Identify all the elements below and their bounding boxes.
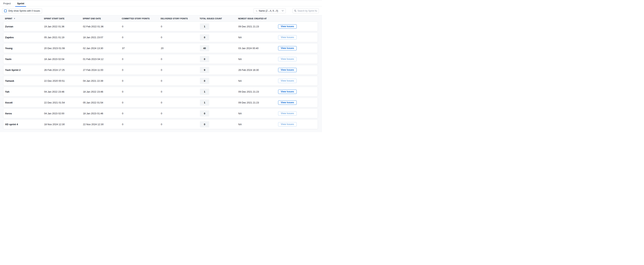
total-issues-cell: 0 (200, 78, 238, 84)
delivered-story-points: 0 (161, 36, 200, 39)
actions-cell: View Issues (278, 24, 318, 29)
sprint-start-date: 20 Dec 2023 01:08 (44, 47, 83, 50)
column-header-sprint[interactable]: SPRINT ▼ (5, 17, 44, 20)
actions-cell: View Issues (278, 79, 318, 83)
toolbar: Only show Sprints with 0 Issues ↑↓ Name … (0, 6, 322, 15)
search-box (292, 8, 319, 13)
search-input[interactable] (298, 9, 317, 12)
total-issues-cell: 0 (200, 110, 238, 117)
sprint-start-date: 04 Jan 2023 02:00 (44, 112, 83, 115)
total-issues-cell: 0 (200, 121, 238, 127)
newest-issue-created-at: NA (238, 58, 278, 60)
newest-issue-created-at: 09 Dec 2021 21:23 (238, 101, 278, 104)
view-issues-button: View Issues (278, 35, 297, 39)
newest-issue-created-at: 03 Jan 2024 00:40 (238, 47, 278, 50)
view-issues-button[interactable]: View Issues (278, 46, 297, 50)
newest-issue-created-at: NA (238, 79, 278, 82)
total-issues-badge: 1 (200, 89, 209, 95)
delivered-story-points: 0 (161, 90, 200, 93)
sprint-end-date: 01 Feb 2023 04:12 (83, 58, 122, 60)
view-issues-button: View Issues (278, 111, 297, 116)
view-issues-button[interactable]: View Issues (278, 100, 297, 105)
view-issues-button[interactable]: View Issues (278, 24, 297, 29)
actions-cell: View Issues (278, 46, 318, 50)
committed-story-points: 0 (122, 79, 161, 82)
view-issues-button: View Issues (278, 57, 297, 61)
sort-dropdown[interactable]: ↑↓ Name (Z→A, 9→0) (254, 8, 286, 13)
sprint-name: Zapdos (5, 36, 44, 39)
newest-issue-created-at: NA (238, 36, 278, 39)
sort-descending-icon: ▼ (14, 18, 16, 19)
sprint-name: Xeros (5, 112, 44, 115)
column-header-newest-issue: NEWEST ISSUE CREATED AT (238, 17, 278, 20)
column-header-end-date: SPRINT END DATE (83, 17, 122, 20)
committed-story-points: 37 (122, 47, 161, 50)
sprint-rows: Zurvan 19 Jan 2022 01:36 02 Feb 2022 01:… (3, 21, 318, 129)
view-issues-button[interactable]: View Issues (278, 90, 297, 94)
search-icon (294, 9, 296, 12)
table-row: Young 20 Dec 2023 01:08 02 Jan 2024 13:3… (3, 43, 318, 53)
newest-issue-created-at: 26 Feb 2024 16:30 (238, 69, 278, 71)
sprint-end-date: 02 Feb 2022 01:36 (83, 25, 122, 28)
sprint-end-date: 18 Jan 2021 23:07 (83, 36, 122, 39)
zero-issues-filter-label: Only show Sprints with 0 Issues (8, 9, 40, 12)
total-issues-cell: 40 (200, 45, 238, 51)
delivered-story-points: 0 (161, 101, 200, 104)
sprint-start-date: 18 Nov 2024 12:30 (44, 123, 83, 126)
committed-story-points: 0 (122, 90, 161, 93)
total-issues-badge: 0 (200, 56, 209, 62)
total-issues-cell: 9 (200, 67, 238, 73)
committed-story-points: 0 (122, 25, 161, 28)
sprint-name: Zurvan (5, 25, 44, 28)
zero-issues-filter[interactable]: Only show Sprints with 0 Issues (2, 8, 42, 13)
tab-project[interactable]: Project (3, 2, 12, 6)
total-issues-badge: 0 (200, 110, 209, 117)
sprint-end-date: 27 Feb 2024 11:00 (83, 69, 122, 71)
delivered-story-points: 0 (161, 25, 200, 28)
sprint-start-date: 18 Jan 2023 02:04 (44, 58, 83, 60)
total-issues-badge: 0 (200, 34, 209, 40)
table-row: Yah 04 Jan 2022 23:46 18 Jan 2022 23:46 … (3, 87, 318, 96)
actions-cell: View Issues (278, 68, 318, 72)
total-issues-badge: 1 (200, 23, 209, 30)
sprint-end-date: 18 Jan 2023 01:46 (83, 112, 122, 115)
actions-cell: View Issues (278, 100, 318, 105)
newest-issue-created-at: NA (238, 112, 278, 115)
sprint-start-date: 26 Feb 2024 17:25 (44, 69, 83, 71)
sprint-end-date: 02 Jan 2024 13:30 (83, 47, 122, 50)
delivered-story-points: 0 (161, 123, 200, 126)
sprint-name: Yash Sprint 2 (5, 69, 44, 71)
sprint-table: SPRINT ▼ SPRINT START DATE SPRINT END DA… (0, 15, 322, 132)
view-issues-button[interactable]: View Issues (278, 68, 297, 72)
table-row: Xeros 04 Jan 2023 02:00 18 Jan 2023 01:4… (3, 108, 318, 118)
table-header-row: SPRINT ▼ SPRINT START DATE SPRINT END DA… (0, 15, 322, 21)
view-issues-button: View Issues (278, 122, 297, 126)
actions-cell: View Issues (278, 57, 318, 61)
delivered-story-points: 0 (161, 69, 200, 71)
sprint-name: XD sprint 4 (5, 123, 44, 126)
delivered-story-points: 0 (161, 112, 200, 115)
sprint-start-date: 22 Dec 2021 01:54 (44, 101, 83, 104)
table-row: Yash Sprint 2 26 Feb 2024 17:25 27 Feb 2… (3, 65, 318, 75)
newest-issue-created-at: NA (238, 123, 278, 126)
column-header-start-date: SPRINT START DATE (44, 17, 83, 20)
sprint-start-date: 04 Jan 2022 23:46 (44, 90, 83, 93)
actions-cell: View Issues (278, 111, 318, 116)
total-issues-cell: 1 (200, 99, 238, 106)
sprint-name: Xocotl (5, 101, 44, 104)
committed-story-points: 0 (122, 58, 161, 60)
sprint-end-date: 04 Jan 2021 22:39 (83, 79, 122, 82)
total-issues-cell: 1 (200, 89, 238, 95)
sort-selected-option: Name (Z→A, 9→0) (259, 9, 278, 12)
delivered-story-points: 0 (161, 79, 200, 82)
committed-story-points: 0 (122, 69, 161, 71)
committed-story-points: 0 (122, 112, 161, 115)
tab-sprint[interactable]: Sprint (16, 2, 25, 6)
zero-issues-filter-checkbox[interactable] (4, 9, 7, 12)
table-row: Zapdos 05 Jan 2021 01:19 18 Jan 2021 23:… (3, 32, 318, 42)
sprint-name: Yavin (5, 58, 44, 60)
total-issues-badge: 0 (200, 78, 209, 84)
total-issues-cell: 0 (200, 56, 238, 62)
newest-issue-created-at: 09 Dec 2021 21:23 (238, 25, 278, 28)
column-header-total-issues: TOTAL ISSUES COUNT (200, 17, 238, 20)
